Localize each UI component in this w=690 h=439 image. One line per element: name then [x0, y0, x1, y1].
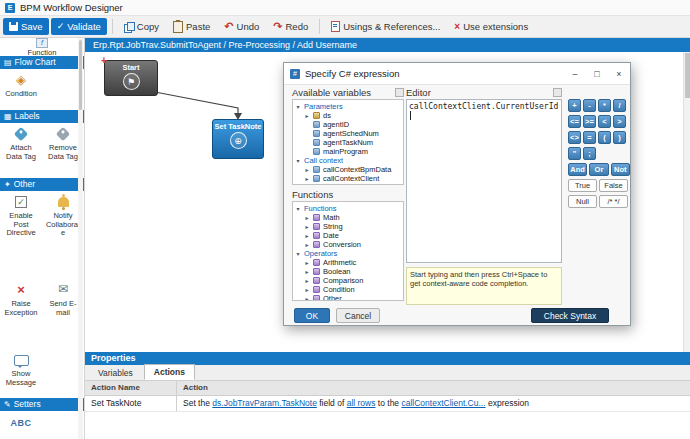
undo-button[interactable]: ↶ Undo [218, 18, 265, 35]
tree-item-arithmetic[interactable]: ▸ Arithmetic [304, 258, 401, 267]
keypad-multiply[interactable]: * [598, 99, 611, 112]
maximize-button[interactable]: □ [586, 63, 608, 84]
add-connection-icon[interactable]: + [101, 55, 107, 66]
variables-tree[interactable]: ▾ Parameters ▸ ds agentID agentSchedNum [292, 99, 404, 185]
cancel-button[interactable]: Cancel [336, 308, 380, 323]
save-button[interactable]: Save [3, 18, 49, 35]
expander-icon[interactable]: ▾ [295, 158, 301, 164]
keypad-eq[interactable]: = [583, 131, 596, 144]
expander-icon[interactable]: ▸ [304, 242, 310, 248]
canvas-scrollbar-thumb[interactable] [685, 53, 690, 98]
expander-icon[interactable]: ▸ [304, 176, 310, 182]
keypad-plus[interactable]: + [568, 99, 581, 112]
canvas-scrollbar[interactable] [683, 52, 690, 352]
tab-actions[interactable]: Actions [144, 364, 195, 380]
expander-icon[interactable]: ▸ [304, 269, 310, 275]
sidebar-item-enable-post-directive[interactable]: ✓ Enable Post Directive [0, 194, 42, 238]
section-setters[interactable]: ✎ Setters [0, 398, 84, 411]
tree-item-agenttasknum[interactable]: agentTaskNum [304, 138, 401, 147]
sidebar-scrollbar-thumb[interactable] [79, 40, 82, 110]
tree-item-mainprogram[interactable]: mainProgram [304, 147, 401, 156]
keypad-neq[interactable]: <> [568, 131, 581, 144]
keypad-divide[interactable]: / [613, 99, 626, 112]
keypad-and[interactable]: And [568, 163, 587, 176]
keypad-rparen[interactable]: ) [613, 131, 626, 144]
pin-icon[interactable] [553, 88, 562, 97]
copy-button[interactable]: Copy [118, 18, 165, 35]
expander-icon[interactable]: ▾ [295, 104, 301, 110]
expander-icon[interactable]: ▸ [304, 278, 310, 284]
expression-editor[interactable]: callContextClient.CurrentUserId [406, 99, 562, 263]
expander-icon[interactable]: ▸ [304, 224, 310, 230]
tree-item-conversion[interactable]: ▸ Conversion [304, 240, 401, 249]
node-set-tasknote[interactable]: Set TaskNote ⊕ [212, 119, 264, 159]
expander-icon[interactable]: ▸ [304, 167, 310, 173]
usings-references-button[interactable]: Usings & References... [325, 18, 446, 35]
keypad-comment[interactable]: /* */ [599, 195, 628, 208]
expander-icon[interactable]: ▸ [304, 287, 310, 293]
tree-item-functions[interactable]: ▾ Functions [295, 204, 401, 213]
tree-item-string[interactable]: ▸ String [304, 222, 401, 231]
tree-item-other-op[interactable]: ▸ Other [304, 294, 401, 301]
expander-icon[interactable]: ▸ [304, 215, 310, 221]
expander-icon[interactable]: ▸ [304, 260, 310, 266]
sidebar-item-raise-exception[interactable]: × Raise Exception [0, 282, 42, 317]
minimize-button[interactable]: – [564, 63, 586, 84]
expression-link[interactable]: callContextClient.Cu... [401, 398, 485, 408]
keypad-lt[interactable]: < [598, 115, 611, 128]
check-syntax-button[interactable]: Check Syntax [531, 308, 609, 323]
keypad-true[interactable]: True [568, 179, 597, 192]
keypad-or[interactable]: Or [589, 163, 608, 176]
dialog-titlebar[interactable]: # Specify C# expression – □ × [284, 63, 630, 85]
tree-item-condition-op[interactable]: ▸ Condition [304, 285, 401, 294]
tree-item-call-context[interactable]: ▾ Call context [295, 156, 401, 165]
keypad-null[interactable]: Null [568, 195, 597, 208]
node-start[interactable]: + Start ⚑ [104, 60, 158, 96]
keypad-lparen[interactable]: ( [598, 131, 611, 144]
keypad-quote[interactable]: " [568, 147, 581, 160]
expander-icon[interactable]: ▸ [304, 233, 310, 239]
keypad-not[interactable]: Not [611, 163, 630, 176]
validate-button[interactable]: ✓ Validate [51, 18, 107, 35]
sidebar-item-set-field[interactable]: ABC [0, 415, 42, 431]
tree-item-math[interactable]: ▸ Math [304, 213, 401, 222]
functions-tree[interactable]: ▾ Functions ▸ Math ▸ String ▸ Date ▸ [292, 201, 404, 301]
tree-item-parameters[interactable]: ▾ Parameters [295, 102, 401, 111]
tree-item-comparison[interactable]: ▸ Comparison [304, 276, 401, 285]
close-button[interactable]: × [608, 63, 630, 84]
keypad-minus[interactable]: - [583, 99, 596, 112]
sidebar-scrollbar[interactable] [78, 38, 83, 439]
section-labels[interactable]: ▦ Labels [0, 110, 84, 123]
keypad-false[interactable]: False [599, 179, 628, 192]
keypad-gte[interactable]: >= [583, 115, 596, 128]
sidebar-item-function[interactable]: f Function [0, 38, 84, 57]
tree-item-agentschednum[interactable]: agentSchedNum [304, 129, 401, 138]
section-flow-chart[interactable]: ▤ Flow Chart [0, 56, 84, 69]
tree-item-operators[interactable]: ▾ Operators [295, 249, 401, 258]
use-extensions-button[interactable]: × Use extensions [448, 18, 534, 35]
redo-button[interactable]: ↷ Redo [267, 18, 314, 35]
section-other[interactable]: ✦ Other [0, 178, 84, 191]
sidebar-item-condition[interactable]: ◈ Condition [0, 72, 42, 99]
rows-link[interactable]: all rows [347, 398, 376, 408]
expander-icon[interactable]: ▾ [295, 251, 301, 257]
sidebar-item-attach-data-tag[interactable]: Attach Data Tag [0, 126, 42, 161]
keypad-lte[interactable]: <= [568, 115, 581, 128]
tree-item-callcontextclient[interactable]: ▸ callContextClient [304, 174, 401, 183]
tree-item-agentid[interactable]: agentID [304, 120, 401, 129]
tab-variables[interactable]: Variables [89, 366, 142, 380]
field-link[interactable]: ds.JobTravParam.TaskNote [212, 398, 317, 408]
tree-item-boolean[interactable]: ▸ Boolean [304, 267, 401, 276]
ok-button[interactable]: OK [294, 308, 330, 323]
keypad-gt[interactable]: > [613, 115, 626, 128]
expander-icon[interactable]: ▸ [304, 113, 310, 119]
sidebar-item-show-message[interactable]: Show Message [0, 352, 42, 387]
paste-button[interactable]: Paste [167, 18, 216, 35]
tree-item-callcontextbpmdata[interactable]: ▸ callContextBpmData [304, 165, 401, 174]
expander-icon[interactable]: ▾ [295, 206, 301, 212]
keypad-semicolon[interactable]: ; [583, 147, 596, 160]
tree-item-date[interactable]: ▸ Date [304, 231, 401, 240]
pin-icon[interactable] [395, 88, 404, 97]
action-row[interactable]: Set TaskNote Set the ds.JobTravParam.Tas… [85, 396, 690, 412]
tree-item-ds[interactable]: ▸ ds [304, 111, 401, 120]
